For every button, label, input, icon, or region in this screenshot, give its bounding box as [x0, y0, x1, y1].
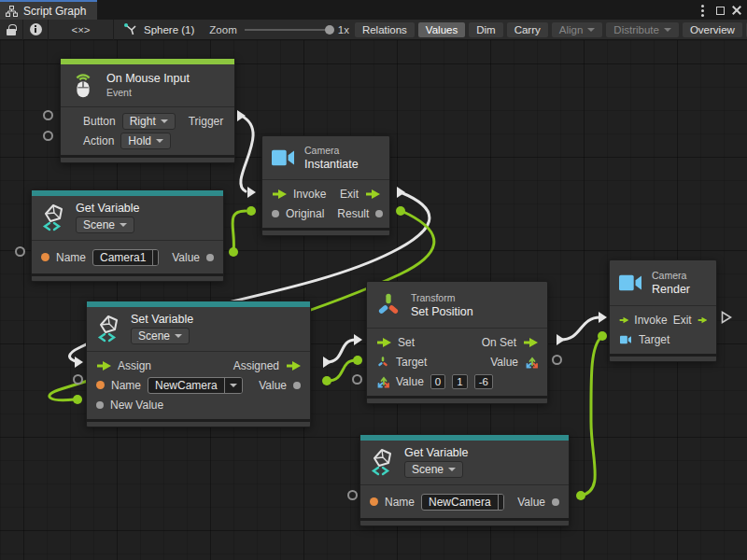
code-icon: <×> [71, 24, 90, 35]
name-port-label: Name [56, 251, 86, 264]
port-button-in[interactable] [43, 110, 53, 120]
node-camera-instantiate[interactable]: Camera Instantiate Invoke Exit Original [261, 135, 390, 236]
action-dropdown[interactable]: Hold [120, 133, 171, 149]
port-result-out[interactable] [396, 206, 405, 216]
port-render-invoke-in[interactable] [599, 312, 607, 323]
zoom-slider-handle[interactable] [325, 25, 334, 35]
string-port-icon [96, 381, 105, 389]
chevron-down-icon [158, 256, 159, 263]
new-value-port-label: New Value [110, 399, 163, 412]
dim-button[interactable]: Dim [469, 22, 502, 37]
variable-name-select[interactable]: Camera1 [92, 249, 159, 266]
port-newvalue-in[interactable] [73, 395, 82, 404]
node-get-variable-camera1[interactable]: Get Variable Scene Name Camera1 Value [31, 189, 224, 282]
values-button[interactable]: Values [418, 22, 465, 37]
zoom-label: Zoom [209, 24, 236, 35]
tab-title: Script Graph [23, 5, 86, 18]
select-arrow-button[interactable] [498, 495, 504, 510]
toolbar-buttons: Relations Values Dim Carry Align Distrib… [355, 22, 747, 37]
node-footer [32, 273, 223, 281]
window-maximize-button[interactable] [712, 3, 727, 18]
distribute-button[interactable]: Distribute [606, 22, 679, 37]
on-set-port-label: On Set [482, 336, 516, 349]
info-button[interactable] [23, 20, 49, 40]
flow-out-icon [698, 315, 707, 325]
object-port-icon [552, 498, 559, 506]
node-footer [262, 228, 389, 235]
port-render-target-in[interactable] [598, 331, 607, 341]
camera-icon [617, 272, 643, 294]
mouse-event-icon [68, 70, 98, 100]
port-getvar1-name-in[interactable] [15, 246, 25, 257]
select-arrow-button[interactable] [152, 250, 159, 265]
variable-name-select[interactable]: NewCamera [421, 494, 504, 511]
port-getvar2-name-in[interactable] [347, 490, 358, 500]
port-getvar1-value-out[interactable] [229, 247, 238, 257]
zoom-slider[interactable] [245, 29, 331, 31]
node-title: Instantiate [304, 158, 359, 171]
flow-out-icon [523, 338, 538, 347]
scope-dropdown[interactable]: Scene [76, 217, 134, 233]
port-invoke-in[interactable] [247, 187, 256, 198]
vector3-port-icon [525, 356, 538, 369]
chevron-down-icon [161, 119, 168, 127]
port-action-in[interactable] [43, 131, 53, 141]
chevron-down-icon [230, 384, 237, 391]
node-transform-set-position[interactable]: Transform Set Position Set On Set [366, 281, 548, 404]
button-port-label: Button [83, 115, 116, 128]
zoom-value: 1x [338, 24, 349, 35]
node-get-variable-newcamera[interactable]: Get Variable Scene Name NewCamera Value [359, 434, 570, 526]
port-onset-out[interactable] [557, 334, 565, 345]
variable-name-select[interactable]: NewCamera [148, 377, 243, 394]
node-set-variable[interactable]: Set Variable Scene Assign Assigned [86, 301, 311, 427]
vector3-port-icon [376, 375, 389, 388]
relations-button[interactable]: Relations [355, 22, 415, 37]
vector-x-input[interactable]: 0 [430, 374, 445, 389]
node-title: Set Variable [131, 313, 193, 326]
port-setpos-value-out[interactable] [552, 355, 562, 365]
port-setvar-name-in[interactable] [73, 374, 83, 385]
node-footer [61, 155, 234, 162]
string-port-icon [370, 497, 378, 506]
selection-breadcrumb[interactable]: Sphere (1) [114, 20, 204, 40]
port-render-exit-out[interactable] [721, 311, 732, 324]
object-port-icon [375, 210, 383, 217]
window-menu-button[interactable] [695, 3, 710, 18]
port-original-in[interactable] [247, 206, 256, 216]
port-assign-in[interactable] [75, 357, 83, 368]
node-title: Get Variable [76, 202, 140, 215]
node-camera-render[interactable]: Camera Render Invoke Exit Target [609, 259, 717, 362]
name-port-label: Name [111, 379, 141, 392]
chevron-down-icon [503, 500, 504, 508]
select-arrow-button[interactable] [224, 378, 242, 393]
node-title: Set Position [411, 305, 473, 318]
node-on-mouse-input[interactable]: On Mouse Input Event Button Right Trigge… [60, 58, 235, 163]
vector-z-input[interactable]: -6 [474, 374, 493, 389]
port-setpos-value-in[interactable] [352, 374, 362, 385]
action-port-label: Action [83, 134, 114, 147]
port-set-in[interactable] [354, 334, 362, 345]
button-dropdown[interactable]: Right [122, 113, 176, 130]
port-target-in[interactable] [353, 356, 362, 365]
port-trigger-out[interactable] [237, 110, 246, 121]
lock-button[interactable] [0, 20, 23, 40]
scope-dropdown[interactable]: Scene [131, 328, 190, 344]
vector-y-input[interactable]: 1 [452, 374, 467, 389]
port-exit-out[interactable] [397, 187, 405, 198]
port-setvar-value-out[interactable] [322, 376, 331, 385]
chevron-down-icon [664, 28, 671, 35]
tab-script-graph[interactable]: Script Graph [0, 0, 97, 20]
code-view-button[interactable]: <×> [49, 20, 114, 40]
scope-dropdown[interactable]: Scene [404, 461, 463, 478]
port-getvar2-value-out[interactable] [576, 491, 585, 500]
target-port-label: Target [396, 356, 427, 369]
carry-button[interactable]: Carry [507, 22, 548, 37]
node-footer [87, 419, 310, 427]
chevron-down-icon [175, 334, 182, 342]
chevron-down-icon [448, 468, 456, 475]
overview-button[interactable]: Overview [683, 22, 742, 37]
port-assigned-out[interactable] [323, 357, 331, 368]
align-button[interactable]: Align [552, 22, 603, 37]
window-close-button[interactable] [729, 3, 744, 18]
original-port-label: Original [286, 207, 324, 220]
